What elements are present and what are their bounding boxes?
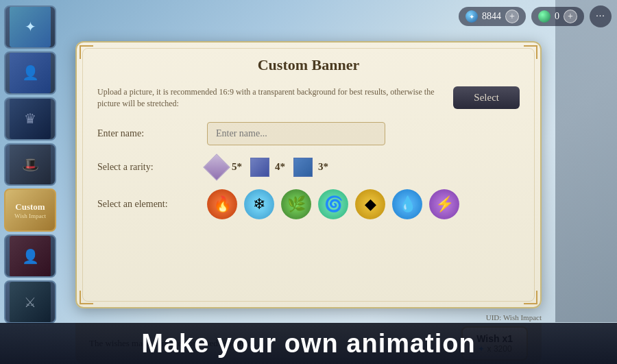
right-decorative-panel <box>555 0 617 322</box>
banner1-icon: ✦ <box>25 19 36 35</box>
footer-bar: Make your own animation <box>0 323 617 364</box>
sidebar-item-banner1[interactable]: ✦ <box>4 5 56 49</box>
element-hydro[interactable]: 💧 <box>392 189 422 219</box>
sidebar-item-banner4[interactable]: 🎩 <box>4 143 56 186</box>
custom-banner-dialog: Custom Banner Upload a picture, it is re… <box>75 41 542 308</box>
rarity-5star-label: 5* <box>232 161 242 173</box>
primogem-badge: ✦ 8844 + <box>459 7 526 26</box>
rarity-4star[interactable]: 4* <box>250 158 285 177</box>
sidebar: ✦ 👤 ♛ 🎩 Custom Wish Impact 👤 ⚔ <box>0 0 62 329</box>
hydro-icon: 💧 <box>398 195 417 213</box>
primogem-icon: ✦ <box>465 10 478 23</box>
sidebar-item-custom[interactable]: Custom Wish Impact <box>4 189 56 232</box>
rarity-3star-label: 3* <box>318 161 328 173</box>
banner6-icon: ⚔ <box>24 294 36 311</box>
anemo-icon: 🌀 <box>324 195 343 213</box>
rarity-row: Select a rarity: 5* 4* 3* <box>97 158 520 177</box>
name-label: Enter name: <box>97 128 207 139</box>
geo-icon: ◆ <box>365 195 376 213</box>
dialog-title: Custom Banner <box>97 56 520 74</box>
element-row: Select an element: 🔥 ❄ 🌿 🌀 ◆ 💧 ⚡ <box>97 189 520 219</box>
rarity-4star-icon <box>250 158 269 177</box>
rarity-4star-label: 4* <box>275 161 285 173</box>
banner5-icon: 👤 <box>22 248 39 265</box>
cryo-icon: ❄ <box>253 195 265 213</box>
element-geo[interactable]: ◆ <box>355 189 385 219</box>
corner-tl <box>80 45 93 59</box>
custom-item-label: Custom <box>15 202 45 213</box>
sidebar-item-banner2[interactable]: 👤 <box>4 51 56 95</box>
stardust-add-button[interactable]: + <box>564 10 577 23</box>
upload-description: Upload a picture, it is recommended 16:9… <box>97 86 453 110</box>
rarity-group: 5* 4* 3* <box>207 158 328 177</box>
pyro-icon: 🔥 <box>213 195 232 213</box>
element-dendro[interactable]: 🌿 <box>281 189 311 219</box>
dendro-icon: 🌿 <box>287 195 306 213</box>
sidebar-item-banner3[interactable]: ♛ <box>4 97 56 141</box>
element-label: Select an element: <box>97 199 207 210</box>
rarity-3star-icon <box>293 158 313 177</box>
element-electro[interactable]: ⚡ <box>429 189 459 219</box>
banner3-icon: ♛ <box>24 110 36 127</box>
primogem-amount: 8844 <box>482 11 501 22</box>
sidebar-item-banner6[interactable]: ⚔ <box>4 280 56 324</box>
uid-bar: UID: Wish Impact <box>486 313 542 321</box>
corner-br <box>524 291 537 304</box>
name-input[interactable] <box>207 122 385 145</box>
stardust-amount: 0 <box>555 11 559 22</box>
stardust-badge: 0 + <box>531 7 584 26</box>
element-anemo[interactable]: 🌀 <box>318 189 348 219</box>
select-button[interactable]: Select <box>453 86 520 109</box>
rarity-3star[interactable]: 3* <box>293 158 328 177</box>
element-group: 🔥 ❄ 🌿 🌀 ◆ 💧 ⚡ <box>207 189 459 219</box>
footer-tagline: Make your own animation <box>141 329 476 359</box>
banner2-icon: 👤 <box>22 64 39 81</box>
more-button[interactable]: ··· <box>590 5 612 27</box>
electro-icon: ⚡ <box>435 195 454 213</box>
banner4-icon: 🎩 <box>22 156 39 173</box>
name-row: Enter name: <box>97 122 520 145</box>
upload-row: Upload a picture, it is recommended 16:9… <box>97 86 520 110</box>
sidebar-item-banner5[interactable]: 👤 <box>4 234 56 278</box>
rarity-label: Select a rarity: <box>97 162 207 173</box>
uid-text: UID: Wish Impact <box>486 313 542 321</box>
element-cryo[interactable]: ❄ <box>244 189 274 219</box>
stardust-icon <box>538 10 551 23</box>
element-pyro[interactable]: 🔥 <box>207 189 237 219</box>
primogem-add-button[interactable]: + <box>505 10 519 23</box>
rarity-5star[interactable]: 5* <box>207 158 242 177</box>
top-bar: ✦ 8844 + 0 + ··· <box>459 5 612 27</box>
corner-tr <box>524 45 537 59</box>
custom-item-sublabel: Wish Impact <box>14 213 46 219</box>
corner-bl <box>80 291 93 304</box>
more-icon: ··· <box>596 11 605 22</box>
rarity-5star-icon <box>203 154 230 181</box>
